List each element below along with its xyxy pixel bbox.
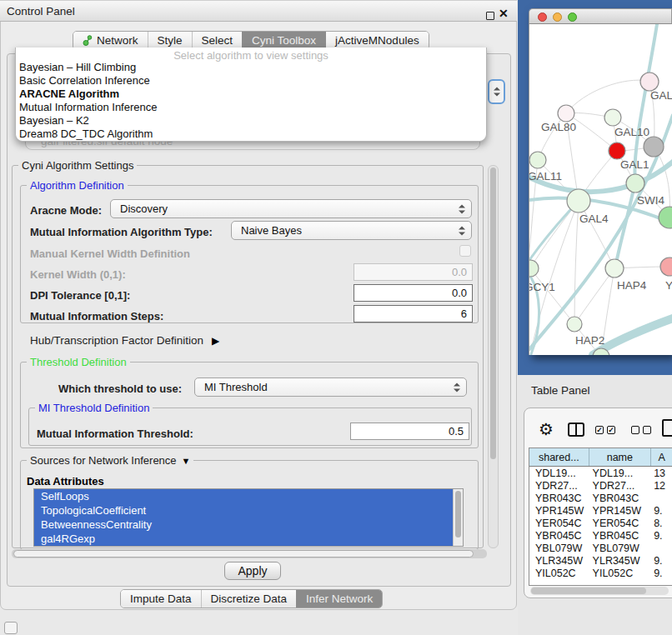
algorithm-option[interactable]: Basic Correlation Inference xyxy=(16,74,486,88)
column-header[interactable]: A xyxy=(651,448,672,466)
columns-icon[interactable] xyxy=(568,422,584,437)
focused-combo-fragment[interactable] xyxy=(488,79,505,104)
network-node[interactable] xyxy=(644,137,664,157)
network-node[interactable] xyxy=(567,317,582,332)
tab-impute-data[interactable]: Impute Data xyxy=(121,590,201,608)
algorithm-option[interactable]: Bayesian – K2 xyxy=(16,114,486,128)
list-vertical-scrollbar[interactable] xyxy=(453,489,463,546)
minimize-window-icon[interactable] xyxy=(553,12,562,22)
network-icon xyxy=(83,35,93,46)
data-attribute-item[interactable]: TopologicalCoefficient xyxy=(34,503,463,518)
document-icon[interactable] xyxy=(662,419,672,437)
node-label: GAL80 xyxy=(541,121,576,133)
zoom-window-icon[interactable] xyxy=(568,12,577,22)
node-label: GAL1 xyxy=(620,158,649,171)
tab-style[interactable]: Style xyxy=(148,32,192,49)
tab-infer-network[interactable]: Infer Network xyxy=(296,590,382,608)
close-icon[interactable]: ✕ xyxy=(499,7,509,20)
network-node[interactable] xyxy=(640,72,659,91)
float-window-icon[interactable] xyxy=(486,12,494,20)
node-table[interactable]: shared...nameA YDL19...YDL19...13YDR27..… xyxy=(529,448,672,586)
table-row[interactable]: YBR045CYBR045C9. xyxy=(529,529,672,542)
unchecked-checkbox-icon[interactable] xyxy=(643,426,651,434)
table-cell: YER054C xyxy=(529,517,589,529)
spinner-arrows-icon xyxy=(454,382,460,392)
network-node[interactable] xyxy=(604,109,621,126)
network-node[interactable] xyxy=(558,105,574,122)
network-node[interactable] xyxy=(659,207,672,228)
data-attribute-item[interactable]: gal4RGexp xyxy=(34,532,463,546)
dpi-tolerance-label: DPI Tolerance [0,1]: xyxy=(30,289,130,302)
mi-steps-field[interactable]: 6 xyxy=(354,305,473,322)
aracne-mode-combo[interactable]: Discovery xyxy=(110,199,472,218)
checked-checkbox-icon[interactable]: ✓ xyxy=(607,426,615,434)
mi-algorithm-type-combo[interactable]: Naive Bayes xyxy=(231,221,472,240)
algorithm-option[interactable]: Dream8 DC_TDC Algorithm xyxy=(16,128,486,141)
which-threshold-combo[interactable]: MI Threshold xyxy=(194,378,467,397)
table-cell: 9. xyxy=(651,554,672,567)
algorithm-option[interactable]: Bayesian – Hill Climbing xyxy=(16,61,486,74)
tab-select[interactable]: Select xyxy=(192,32,243,49)
network-node[interactable] xyxy=(626,174,644,192)
table-cell xyxy=(651,542,672,554)
table-row[interactable]: YER054CYER054C8. xyxy=(529,517,672,529)
apply-button[interactable]: Apply xyxy=(224,562,281,580)
table-cell: 9. xyxy=(651,529,672,542)
table-cell: YDL19... xyxy=(589,467,652,479)
sources-group-title[interactable]: Sources for Network Inference▼ xyxy=(27,454,193,467)
table-row[interactable]: YBL079WYBL079W xyxy=(529,542,672,554)
network-node[interactable] xyxy=(529,260,539,277)
network-canvas[interactable]: GALGAL80GAL10GAL1GAL11SWI4GAL4GCY1HAP4YH… xyxy=(529,24,672,355)
table-cell: YBL079W xyxy=(529,542,589,554)
data-attribute-item[interactable]: SelfLoops xyxy=(34,489,463,503)
network-node[interactable] xyxy=(660,258,672,276)
network-edge xyxy=(574,201,579,324)
kernel-width-field[interactable]: 0.0 xyxy=(354,263,473,281)
dpi-tolerance-field[interactable]: 0.0 xyxy=(354,284,473,302)
column-header[interactable]: name xyxy=(589,448,652,466)
tab-network[interactable]: Network xyxy=(73,32,148,49)
network-node[interactable] xyxy=(609,142,625,159)
table-row[interactable]: YLR345WYLR345W9. xyxy=(529,554,672,567)
table-cell: 12 xyxy=(651,479,672,492)
column-header[interactable]: shared... xyxy=(529,448,589,466)
settings-horizontal-scrollbar[interactable] xyxy=(12,549,487,558)
network-window-titlebar[interactable] xyxy=(529,8,672,24)
hub-definition-toggle[interactable]: Hub/Transcription Factor Definition▶ xyxy=(30,334,219,347)
table-row[interactable]: YBR043CYBR043C xyxy=(529,492,672,504)
table-cell: YLR345W xyxy=(589,554,652,567)
settings-group-title: Cyni Algorithm Settings xyxy=(18,159,137,172)
table-cell: YDR27... xyxy=(529,479,589,492)
table-row[interactable]: YPR145WYPR145W9. xyxy=(529,504,672,517)
mi-threshold-field[interactable]: 0.5 xyxy=(350,422,469,440)
algorithm-option[interactable]: Mutual Information Inference xyxy=(16,101,486,114)
manual-kernel-checkbox[interactable] xyxy=(459,245,471,257)
algorithm-dropdown: Select algorithm to view settings Bayesi… xyxy=(15,48,487,142)
close-window-icon[interactable] xyxy=(538,12,547,22)
table-row[interactable]: YDR27...YDR27...12 xyxy=(529,479,672,492)
network-node[interactable] xyxy=(529,152,546,168)
tab-discretize-data[interactable]: Discretize Data xyxy=(201,590,297,608)
settings-vertical-scrollbar[interactable] xyxy=(488,165,499,548)
dropdown-placeholder: Select algorithm to view settings xyxy=(16,48,486,61)
data-attributes-label: Data Attributes xyxy=(27,475,104,488)
table-cell: YBR045C xyxy=(589,529,652,542)
network-node[interactable] xyxy=(605,259,624,278)
tab-jactivemnodules[interactable]: jActiveMNodules xyxy=(325,32,429,49)
table-cell: YDR27... xyxy=(589,479,652,492)
minimized-panel-icon[interactable] xyxy=(4,622,18,634)
table-horizontal-scrollbar[interactable] xyxy=(530,587,669,595)
checked-checkbox-icon[interactable]: ✓ xyxy=(595,426,604,434)
algorithm-option[interactable]: ARACNE Algorithm xyxy=(16,88,486,101)
node-label: GCY1 xyxy=(529,281,555,293)
node-label: GAL xyxy=(650,89,672,102)
table-row[interactable]: YDL19...YDL19...13 xyxy=(529,467,672,479)
node-label: GAL11 xyxy=(529,170,562,182)
network-node[interactable] xyxy=(567,189,590,212)
unchecked-checkbox-icon[interactable] xyxy=(631,426,639,434)
table-cell: YIL052C xyxy=(529,567,589,579)
tab-cyni-toolbox[interactable]: Cyni Toolbox xyxy=(242,32,325,49)
table-row[interactable]: YIL052CYIL052C9. xyxy=(529,567,672,579)
data-attribute-item[interactable]: BetweennessCentrality xyxy=(34,518,463,532)
gear-icon[interactable]: ⚙ xyxy=(539,419,554,439)
